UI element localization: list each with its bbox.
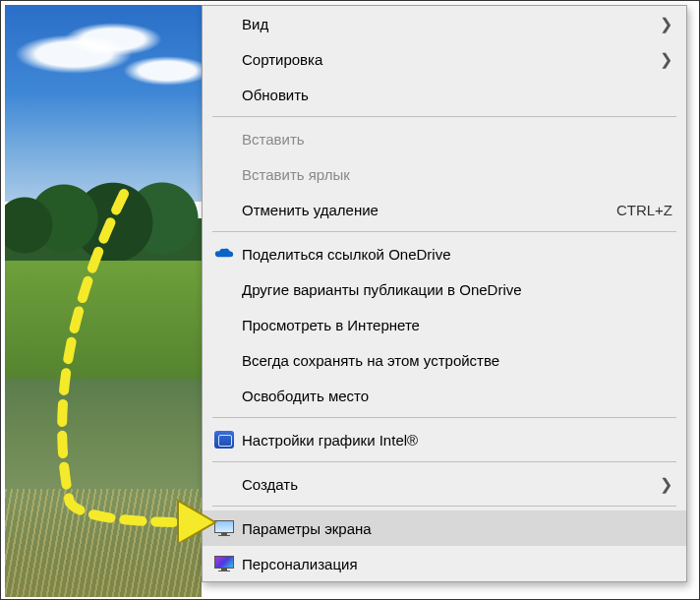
menu-item-intel-graphics[interactable]: Настройки графики Intel® [203,422,686,457]
icon-slot-empty [210,127,238,150]
personalize-icon [210,552,238,575]
menu-label: Создать [238,476,660,493]
menu-separator [212,116,676,117]
menu-label: Всегда сохранять на этом устройстве [238,352,672,369]
icon-slot-empty [210,472,238,496]
menu-item-sort[interactable]: Сортировка ❯ [203,41,686,77]
chevron-right-icon: ❯ [660,15,672,33]
menu-label: Вставить [238,131,672,148]
menu-label: Другие варианты публикации в OneDrive [238,281,672,298]
icon-slot-empty [210,12,238,35]
menu-item-onedrive-more[interactable]: Другие варианты публикации в OneDrive [203,271,686,307]
menu-separator [212,461,676,462]
icon-slot-empty [210,348,238,372]
menu-item-onedrive-share[interactable]: Поделиться ссылкой OneDrive [203,236,686,271]
chevron-right-icon: ❯ [660,50,672,69]
desktop-context-menu: Вид ❯ Сортировка ❯ Обновить Вставить Вст… [202,5,687,582]
menu-label: Настройки графики Intel® [238,432,672,449]
menu-item-personalize[interactable]: Персонализация [203,546,686,581]
menu-label: Вид [238,16,660,32]
icon-slot-empty [210,162,238,186]
menu-separator [212,506,676,507]
chevron-right-icon: ❯ [660,475,672,494]
menu-label: Обновить [238,87,672,103]
desktop-wallpaper[interactable] [5,5,202,597]
menu-item-keep-on-device[interactable]: Всегда сохранять на этом устройстве [203,342,686,378]
menu-label: Поделиться ссылкой OneDrive [238,246,672,263]
icon-slot-empty [210,277,238,301]
menu-item-new[interactable]: Создать ❯ [203,466,686,502]
icon-slot-empty [210,83,238,106]
monitor-icon [210,516,238,540]
menu-label: Освободить место [238,388,672,404]
menu-label: Вставить ярлык [238,166,672,183]
menu-label: Отменить удаление [238,202,597,218]
menu-item-free-space[interactable]: Освободить место [203,378,686,413]
menu-label: Сортировка [238,51,660,68]
icon-slot-empty [210,47,238,71]
menu-separator [212,417,676,418]
menu-item-view-online[interactable]: Просмотреть в Интернете [203,307,686,342]
menu-item-display-settings[interactable]: Параметры экрана [203,510,686,546]
wallpaper-reeds [5,489,202,597]
menu-label: Просмотреть в Интернете [238,317,672,333]
menu-separator [212,231,676,232]
menu-item-undo-delete[interactable]: Отменить удаление CTRL+Z [203,192,686,227]
menu-item-refresh[interactable]: Обновить [203,77,686,112]
icon-slot-empty [210,384,238,407]
icon-slot-empty [210,198,238,221]
menu-item-view[interactable]: Вид ❯ [203,6,686,41]
menu-label: Персонализация [238,556,672,572]
wallpaper-trees [5,143,202,280]
icon-slot-empty [210,313,238,336]
menu-shortcut: CTRL+Z [597,202,672,218]
menu-label: Параметры экрана [238,520,672,537]
onedrive-icon [210,242,238,266]
menu-item-paste: Вставить [203,121,686,156]
intel-graphics-icon [210,428,238,451]
menu-item-paste-shortcut: Вставить ярлык [203,156,686,192]
